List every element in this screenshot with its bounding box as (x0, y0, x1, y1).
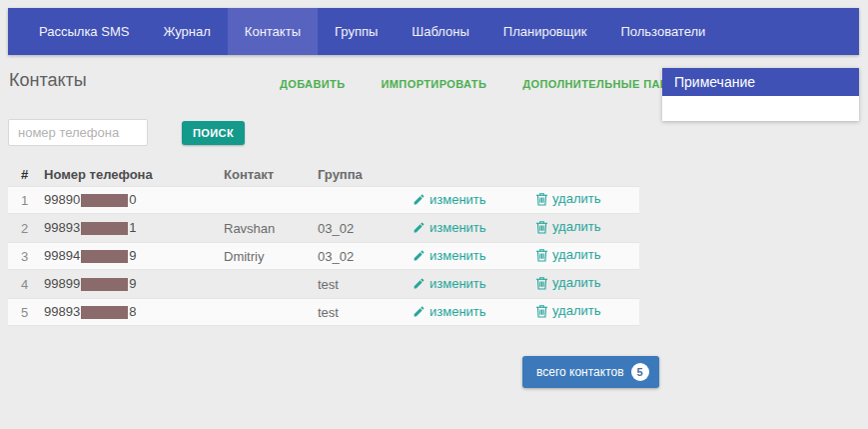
note-panel-body (662, 96, 859, 121)
trash-icon (535, 304, 548, 318)
pencil-icon (413, 221, 426, 234)
import-button[interactable]: ИМПОРТИРОВАТЬ (382, 78, 487, 90)
delete-link[interactable]: удалить (535, 219, 600, 234)
contact-cell: Ravshan (216, 221, 310, 236)
note-panel-title: Примечание (662, 68, 859, 96)
contacts-table: # Номер телефона Контакт Группа 1 998900… (8, 162, 639, 326)
phone-cell: 998931 (44, 220, 216, 235)
delete-link[interactable]: удалить (535, 275, 600, 290)
row-number: 3 (8, 249, 44, 264)
row-number: 4 (8, 277, 44, 292)
delete-link[interactable]: удалить (535, 247, 600, 262)
redacted-digits (81, 222, 128, 235)
nav-item[interactable]: Контакты (228, 8, 318, 55)
edit-link[interactable]: изменить (413, 276, 486, 291)
table-row: 4 998999 test изменить удалить (8, 270, 639, 298)
edit-link[interactable]: изменить (413, 220, 486, 235)
phone-cell: 998999 (44, 276, 216, 291)
redacted-digits (81, 278, 128, 291)
trash-icon (535, 192, 548, 206)
nav-item[interactable]: Журнал (146, 8, 227, 55)
nav-item[interactable]: Рассылка SMS (22, 8, 146, 55)
contact-cell: Dmitriy (216, 249, 310, 264)
trash-icon (535, 276, 548, 290)
redacted-digits (81, 194, 128, 207)
pencil-icon (413, 193, 426, 206)
delete-link[interactable]: удалить (535, 191, 600, 206)
redacted-digits (81, 306, 128, 319)
table-row: 2 998931 Ravshan 03_02 изменить удалить (8, 214, 639, 242)
nav-item[interactable]: Пользователи (603, 8, 722, 55)
total-contacts-button[interactable]: всего контактов 5 (522, 356, 659, 388)
top-navbar: Рассылка SMS Журнал Контакты Группы Шабл… (8, 8, 859, 55)
pencil-icon (413, 249, 426, 262)
pencil-icon (413, 277, 426, 290)
pencil-icon (413, 305, 426, 318)
header-phone: Номер телефона (44, 167, 216, 182)
phone-cell: 998900 (44, 192, 216, 207)
delete-link[interactable]: удалить (535, 303, 600, 318)
phone-cell: 998938 (44, 304, 216, 319)
table-row: 1 998900 изменить удалить (8, 186, 639, 214)
search-input[interactable] (8, 119, 148, 146)
row-number: 1 (8, 193, 44, 208)
row-number: 5 (8, 305, 44, 320)
group-cell: test (310, 305, 405, 320)
page-title: Контакты (9, 70, 87, 91)
phone-cell: 998949 (44, 248, 216, 263)
table-header-row: # Номер телефона Контакт Группа (8, 162, 639, 186)
group-cell: 03_02 (310, 221, 405, 236)
table-row: 3 998949 Dmitriy 03_02 изменить удалить (8, 242, 639, 270)
redacted-digits (81, 250, 128, 263)
add-contact-button[interactable]: ДОБАВИТЬ (280, 78, 346, 90)
header-num: # (8, 167, 44, 182)
total-contacts-label: всего контактов (536, 365, 624, 379)
toolbar: ДОБАВИТЬ ИМПОРТИРОВАТЬ ДОПОЛНИТЕЛЬНЫЕ ПА… (280, 78, 718, 90)
nav-item[interactable]: Планировщик (486, 8, 604, 55)
trash-icon (535, 220, 548, 234)
edit-link[interactable]: изменить (413, 248, 486, 263)
group-cell: test (310, 277, 405, 292)
search-button[interactable]: ПОИСК (182, 121, 245, 145)
header-contact: Контакт (216, 167, 310, 182)
table-rows: 1 998900 изменить удалить (8, 186, 639, 326)
group-cell: 03_02 (310, 249, 405, 264)
edit-link[interactable]: изменить (413, 192, 486, 207)
note-panel: Примечание (662, 68, 859, 121)
table-row: 5 998938 test изменить удалить (8, 298, 639, 326)
row-number: 2 (8, 221, 44, 236)
header-group: Группа (310, 167, 405, 182)
trash-icon (535, 248, 548, 262)
edit-link[interactable]: изменить (413, 304, 486, 319)
nav-item[interactable]: Шаблоны (395, 8, 486, 55)
total-count-badge: 5 (631, 363, 649, 381)
nav-item[interactable]: Группы (318, 8, 395, 55)
